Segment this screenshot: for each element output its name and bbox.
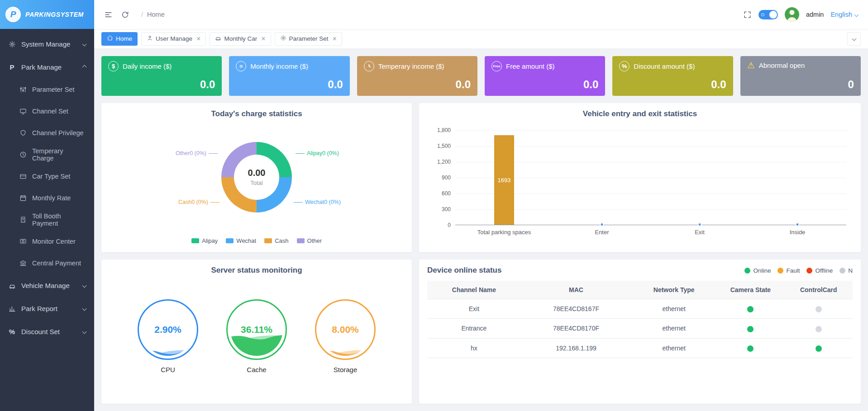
x-axis-label: Total parking spaces [477,229,531,236]
breadcrumb-separator: / [141,11,143,18]
fullscreen-button[interactable] [743,10,752,19]
network-type-cell: ethernet [631,299,716,319]
park-manage-icon: P [8,63,16,71]
gauge-value: 2.90% [139,301,197,359]
legend-item-alipay[interactable]: Alipay [191,237,218,244]
sidebar-item-vehicle-manage[interactable]: Vehicle Manage [0,274,94,297]
donut-chart: 0.00 Total Alipay0 (0%) Other0 (0%) Wech… [110,118,404,236]
channel-name-cell: hx [427,338,521,358]
bar-plot: Total parking spaces 1693 Enter Exit Ins… [455,130,846,225]
sidebar-item-label: Channel Set [32,108,68,115]
gauge-circle: 2.90% [138,299,198,360]
legend-label: Cash [275,237,288,244]
charts-row: Today's charge statistics 0.00 Total Ali… [101,103,861,252]
stat-card-row: $Daily income ($) 0.0 ≡Monthly income ($… [101,56,861,96]
stat-card-abnormal-open: ⚠Abnormal open 0 [740,56,861,96]
sidebar-item-temperary-charge[interactable]: Temperary Charge [0,144,94,165]
topbar-right: admin English [743,7,858,22]
refresh-button[interactable] [121,10,129,19]
sidebar-item-toll-booth-payment[interactable]: Toll Booth Payment [0,209,94,231]
mac-cell: 78EE4CD8170F [521,319,631,338]
chart-title: Vehicle entry and exit statistics [427,109,853,118]
sidebar-item-monthly-rate[interactable]: Monthly Rate [0,187,94,209]
callout-line [210,202,219,203]
sidebar-item-label: Car Type Set [32,173,70,180]
sidebar-item-label: Central Payment [32,260,81,267]
topbar: / Home admin English [94,0,868,29]
legend-label: N [848,267,853,274]
chevron-down-icon [82,283,87,288]
sidebar-item-park-report[interactable]: Park Report [0,297,94,320]
status-dot-icon [747,345,754,352]
fault-dot-icon [777,268,783,274]
tab-list-dropdown-button[interactable] [847,32,861,46]
sidebar-item-central-payment[interactable]: Central Payment [0,252,94,274]
sidebar-item-car-type-set[interactable]: Car Type Set [0,165,94,187]
tab-home[interactable]: Home [101,32,138,46]
legend-item-wechat[interactable]: Wechat [226,237,256,244]
home-icon [107,35,113,43]
status-dot-icon [816,306,822,312]
sidebar-item-monitor-center[interactable]: Monitor Center [0,231,94,252]
table-header-row: Channel Name MAC Network Type Camera Sta… [427,281,853,299]
dashboard-content: $Daily income ($) 0.0 ≡Monthly income ($… [94,49,868,411]
charge-statistics-card: Today's charge statistics 0.00 Total Ali… [101,103,412,252]
close-icon[interactable]: × [196,35,200,43]
collapse-sidebar-button[interactable] [104,10,113,19]
camera-state-cell [716,319,784,338]
legend-item-fault: Fault [777,267,800,274]
avatar-head [789,10,794,15]
sidebar-item-label: Temperary Charge [32,147,86,162]
sidebar-item-label: Vehicle Manage [21,282,70,289]
legend-item-cash[interactable]: Cash [264,237,288,244]
theme-toggle[interactable] [758,10,778,19]
stat-label: Free amount ($) [506,62,555,70]
zero-marker-icon [796,222,800,227]
device-table: Channel Name MAC Network Type Camera Sta… [427,281,853,358]
camera-state-cell [716,299,784,319]
sidebar-item-label: Monitor Center [32,238,76,245]
server-status-card: Server status monitoring 2.90% CPU [101,260,412,404]
donut-label-other: Other0 (0%) [176,150,218,156]
stat-value: 0.0 [328,78,343,91]
sidebar-item-label: Park Report [21,305,57,312]
sidebar-item-system-manage[interactable]: System Manage [0,33,94,56]
brand-name: PARKINGSYSTEM [25,11,84,18]
bottom-row: Server status monitoring 2.90% CPU [101,260,861,404]
breadcrumb-home: Home [147,11,165,18]
table-row: Entrance 78EE4CD8170F ethernet [427,319,853,338]
language-label: English [830,11,852,18]
logo-icon: P [5,7,21,22]
percent-icon: % [619,61,630,71]
sidebar-item-park-manage[interactable]: P Park Manage [0,56,94,79]
sidebar-item-channel-set[interactable]: Channel Set [0,100,94,122]
list-icon: ≡ [236,61,246,71]
language-selector[interactable]: English [830,11,858,18]
legend-item-other[interactable]: Other [297,237,322,244]
stat-value: 0 [848,78,854,91]
sidebar-item-parameter-set[interactable]: Parameter Set [0,79,94,100]
network-type-cell: ethernet [631,319,716,338]
callout-line [209,153,218,154]
legend-label: Offline [815,267,833,274]
avatar[interactable] [785,7,799,22]
dollar-icon: $ [108,61,119,71]
pie-legend: Alipay Wechat Cash Other [110,236,404,246]
car-icon [8,282,16,289]
tab-parameter-set[interactable]: Parameter Set × [275,32,342,46]
camera-icon [19,238,27,245]
x-axis-label: Enter [595,229,609,236]
column-header: ControlCard [785,281,853,299]
tabbar: Home User Manage × Monthly Car × Paramet… [94,29,868,49]
status-legend: Online Fault Offline N [744,267,853,274]
tab-monthly-car[interactable]: Monthly Car × [210,32,271,46]
close-icon[interactable]: × [333,35,337,43]
tab-user-manage[interactable]: User Manage × [141,32,206,46]
legend-swatch [264,238,272,243]
controlcard-cell [785,299,853,319]
stat-card-discount-amount: %Discount amount ($) 0.0 [612,56,733,96]
close-icon[interactable]: × [261,35,265,43]
free-badge-icon: Free [491,61,502,71]
sidebar-item-channel-privilege[interactable]: Channel Privilege [0,122,94,144]
sidebar-item-discount-set[interactable]: % Discount Set [0,320,94,343]
